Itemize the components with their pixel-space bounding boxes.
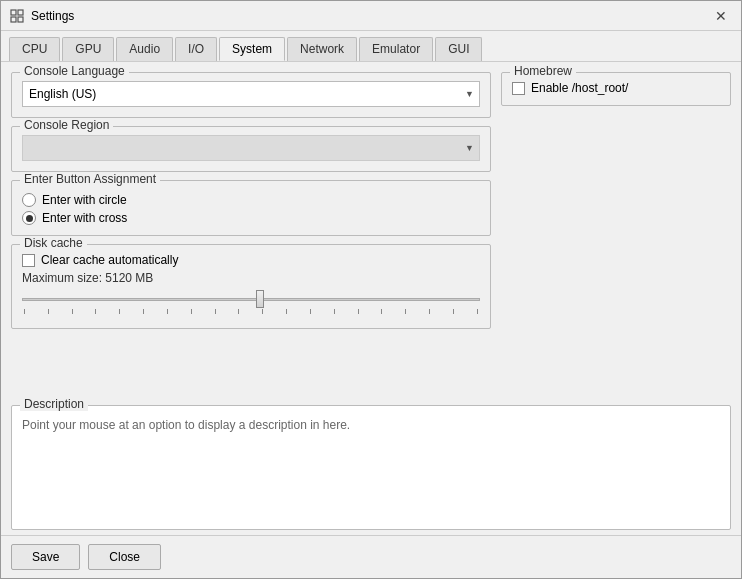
radio-cross-label: Enter with cross bbox=[42, 211, 127, 225]
app-icon bbox=[9, 8, 25, 24]
enable-host-root-checkbox[interactable]: Enable /host_root/ bbox=[512, 81, 720, 95]
tick-2 bbox=[48, 309, 49, 314]
console-language-label: Console Language bbox=[20, 64, 129, 78]
console-region-group: Console Region bbox=[11, 126, 491, 172]
tick-16 bbox=[381, 309, 382, 314]
clear-cache-checkbox-label: Clear cache automatically bbox=[41, 253, 178, 267]
radio-cross-icon bbox=[22, 211, 36, 225]
console-region-label: Console Region bbox=[20, 118, 113, 132]
tab-io[interactable]: I/O bbox=[175, 37, 217, 61]
tab-gui[interactable]: GUI bbox=[435, 37, 482, 61]
svg-rect-3 bbox=[18, 17, 23, 22]
console-language-group: Console Language English (US) Japanese F… bbox=[11, 72, 491, 118]
settings-window: Settings ✕ CPU GPU Audio I/O System Netw… bbox=[0, 0, 742, 579]
tick-19 bbox=[453, 309, 454, 314]
console-region-wrapper bbox=[22, 135, 480, 161]
close-window-button[interactable]: ✕ bbox=[709, 4, 733, 28]
disk-cache-label: Disk cache bbox=[20, 236, 87, 250]
homebrew-label: Homebrew bbox=[510, 64, 576, 78]
tick-8 bbox=[191, 309, 192, 314]
disk-cache-group: Disk cache Clear cache automatically Max… bbox=[11, 244, 491, 329]
tick-18 bbox=[429, 309, 430, 314]
tab-emulator[interactable]: Emulator bbox=[359, 37, 433, 61]
enable-host-root-label: Enable /host_root/ bbox=[531, 81, 628, 95]
disk-cache-slider-thumb[interactable] bbox=[256, 290, 264, 308]
svg-rect-2 bbox=[11, 17, 16, 22]
radio-enter-circle[interactable]: Enter with circle bbox=[22, 193, 480, 207]
tick-3 bbox=[72, 309, 73, 314]
disk-cache-slider-container: Maximum size: 5120 MB bbox=[22, 267, 480, 318]
clear-cache-checkbox-icon bbox=[22, 254, 35, 267]
tick-4 bbox=[95, 309, 96, 314]
svg-rect-0 bbox=[11, 10, 16, 15]
tab-cpu[interactable]: CPU bbox=[9, 37, 60, 61]
left-panel: Console Language English (US) Japanese F… bbox=[11, 72, 491, 329]
enable-host-root-icon bbox=[512, 82, 525, 95]
title-bar: Settings ✕ bbox=[1, 1, 741, 31]
radio-circle-icon bbox=[22, 193, 36, 207]
spacer bbox=[11, 337, 731, 397]
tick-11 bbox=[262, 309, 263, 314]
tick-17 bbox=[405, 309, 406, 314]
description-panel: Description Point your mouse at an optio… bbox=[11, 405, 731, 530]
console-language-wrapper: English (US) Japanese French bbox=[22, 81, 480, 107]
tabs-bar: CPU GPU Audio I/O System Network Emulato… bbox=[1, 31, 741, 62]
tick-9 bbox=[215, 309, 216, 314]
tick-7 bbox=[167, 309, 168, 314]
footer-buttons: Save Close bbox=[1, 535, 741, 578]
enter-button-group: Enter Button Assignment Enter with circl… bbox=[11, 180, 491, 236]
homebrew-group: Homebrew Enable /host_root/ bbox=[501, 72, 731, 106]
radio-circle-label: Enter with circle bbox=[42, 193, 127, 207]
main-row: Console Language English (US) Japanese F… bbox=[11, 72, 731, 329]
description-title: Description bbox=[20, 397, 88, 411]
description-text: Point your mouse at an option to display… bbox=[22, 414, 720, 432]
tick-1 bbox=[24, 309, 25, 314]
tick-5 bbox=[119, 309, 120, 314]
tick-12 bbox=[286, 309, 287, 314]
console-region-select[interactable] bbox=[22, 135, 480, 161]
tab-system[interactable]: System bbox=[219, 37, 285, 61]
tick-14 bbox=[334, 309, 335, 314]
tab-audio[interactable]: Audio bbox=[116, 37, 173, 61]
svg-rect-1 bbox=[18, 10, 23, 15]
max-size-label: Maximum size: 5120 MB bbox=[22, 271, 480, 285]
slider-ticks bbox=[22, 309, 480, 314]
console-language-select[interactable]: English (US) Japanese French bbox=[22, 81, 480, 107]
disk-cache-slider-track bbox=[22, 289, 480, 309]
tab-network[interactable]: Network bbox=[287, 37, 357, 61]
content-area: Console Language English (US) Japanese F… bbox=[1, 62, 741, 535]
save-button[interactable]: Save bbox=[11, 544, 80, 570]
tick-6 bbox=[143, 309, 144, 314]
tick-20 bbox=[477, 309, 478, 314]
window-title: Settings bbox=[31, 9, 709, 23]
clear-cache-checkbox[interactable]: Clear cache automatically bbox=[22, 253, 480, 267]
close-button[interactable]: Close bbox=[88, 544, 161, 570]
right-panel: Homebrew Enable /host_root/ bbox=[501, 72, 731, 329]
tab-gpu[interactable]: GPU bbox=[62, 37, 114, 61]
enter-button-label: Enter Button Assignment bbox=[20, 172, 160, 186]
tick-15 bbox=[358, 309, 359, 314]
slider-line bbox=[22, 298, 480, 301]
enter-button-radio-group: Enter with circle Enter with cross bbox=[22, 189, 480, 225]
radio-enter-cross[interactable]: Enter with cross bbox=[22, 211, 480, 225]
tick-13 bbox=[310, 309, 311, 314]
tick-10 bbox=[238, 309, 239, 314]
